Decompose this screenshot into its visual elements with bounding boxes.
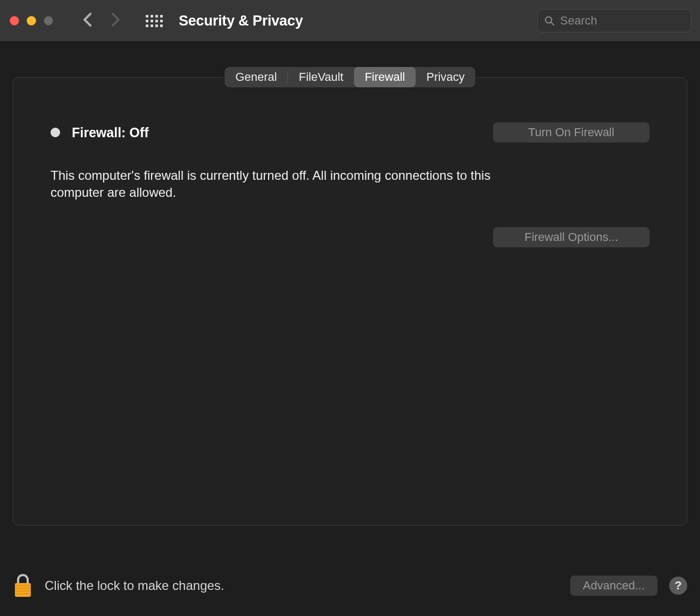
svg-rect-4 [15,588,31,589]
nav-arrows [83,13,120,29]
lock-icon[interactable] [13,573,33,598]
svg-line-1 [551,22,554,26]
tab-label: Privacy [426,70,464,84]
svg-rect-5 [15,590,31,592]
toolbar: Security & Privacy [0,0,700,42]
tab-privacy[interactable]: Privacy [415,67,475,87]
tab-general[interactable]: General [224,67,287,87]
help-icon: ? [674,579,681,593]
footer-left: Click the lock to make changes. [13,573,224,598]
minimize-window-button[interactable] [27,16,36,26]
tab-label: FileVault [299,70,344,84]
footer-right: Advanced... ? [570,576,687,596]
search-icon [544,15,555,26]
tab-label: General [235,70,277,84]
show-all-icon[interactable] [146,15,163,27]
tab-label: Firewall [365,70,405,84]
svg-rect-6 [15,593,31,594]
firewall-status-row: Firewall: Off Turn On Firewall [51,122,649,143]
search-box[interactable] [537,9,691,32]
forward-button[interactable] [112,13,120,29]
tab-firewall[interactable]: Firewall [354,67,416,87]
tab-filevault[interactable]: FileVault [288,67,354,87]
footer: Click the lock to make changes. Advanced… [13,573,687,598]
status-indicator-icon [51,128,60,137]
advanced-button[interactable]: Advanced... [570,576,657,596]
window-title: Security & Privacy [179,13,303,29]
search-input[interactable] [560,14,685,28]
tab-group: General FileVault Firewall Privacy [224,66,476,88]
firewall-status-label: Firewall: Off [72,125,148,140]
main-content: General FileVault Firewall Privacy Firew… [0,42,700,616]
firewall-status: Firewall: Off [51,125,148,140]
window-controls [10,16,53,26]
svg-rect-2 [15,583,31,597]
firewall-options-button[interactable]: Firewall Options... [493,227,649,247]
zoom-window-button[interactable] [44,16,53,26]
close-window-button[interactable] [10,16,19,26]
svg-rect-3 [15,585,31,586]
firewall-panel: Firewall: Off Turn On Firewall This comp… [13,77,687,526]
lock-hint-label: Click the lock to make changes. [45,578,224,593]
turn-on-firewall-button[interactable]: Turn On Firewall [493,122,649,143]
firewall-description: This computer's firewall is currently tu… [51,167,513,202]
help-button[interactable]: ? [669,577,687,595]
back-button[interactable] [83,13,91,29]
